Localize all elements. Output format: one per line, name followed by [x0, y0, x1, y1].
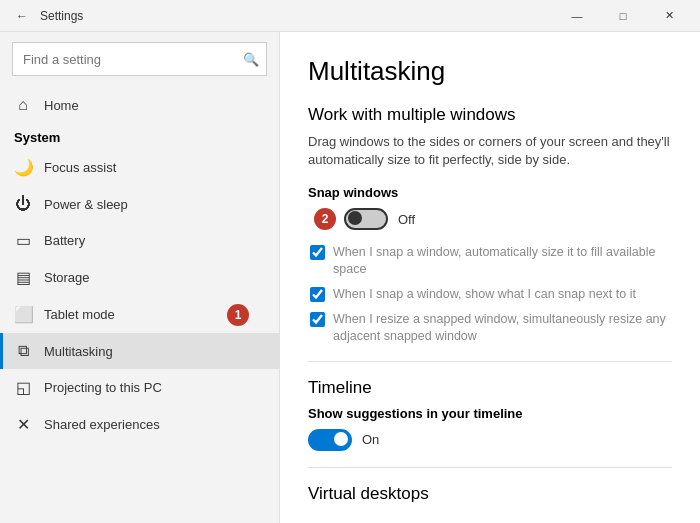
timeline-toggle-row: On	[308, 429, 672, 451]
multitasking-icon: ⧉	[14, 342, 32, 360]
sidebar: 🔍 ⌂ Home System 🌙 Focus assist ⏻ Power &…	[0, 32, 280, 523]
section1-title: Work with multiple windows	[308, 105, 672, 125]
minimize-button[interactable]: —	[554, 0, 600, 32]
timeline-toggle-knob	[334, 432, 348, 446]
checkbox-3-label[interactable]: When I resize a snapped window, simultan…	[333, 311, 672, 345]
checkbox-2-label[interactable]: When I snap a window, show what I can sn…	[333, 286, 636, 303]
snap-toggle-row: 2 Off	[344, 208, 672, 230]
sidebar-item-battery[interactable]: ▭ Battery	[0, 222, 279, 259]
sidebar-item-projecting[interactable]: ◱ Projecting to this PC	[0, 369, 279, 406]
sidebar-item-multitasking[interactable]: ⧉ Multitasking	[0, 333, 279, 369]
shared-exp-icon: ✕	[14, 415, 32, 434]
snap-state-text: Off	[398, 212, 415, 227]
home-icon: ⌂	[14, 96, 32, 114]
section1-desc: Drag windows to the sides or corners of …	[308, 133, 672, 169]
power-sleep-label: Power & sleep	[44, 197, 128, 212]
home-label: Home	[44, 98, 79, 113]
badge-2: 2	[314, 208, 336, 230]
sidebar-nav: 🌙 Focus assist ⏻ Power & sleep ▭ Battery…	[0, 149, 279, 523]
checkbox-1[interactable]	[310, 245, 325, 260]
close-button[interactable]: ✕	[646, 0, 692, 32]
sidebar-item-storage[interactable]: ▤ Storage	[0, 259, 279, 296]
sidebar-item-shared-experiences[interactable]: ✕ Shared experiences	[0, 406, 279, 443]
power-sleep-icon: ⏻	[14, 195, 32, 213]
back-icon: ←	[16, 9, 28, 23]
projecting-icon: ◱	[14, 378, 32, 397]
focus-assist-icon: 🌙	[14, 158, 32, 177]
titlebar: ← Settings — □ ✕	[0, 0, 700, 32]
timeline-state-text: On	[362, 432, 379, 447]
search-container: 🔍	[12, 42, 267, 76]
sidebar-item-focus-assist[interactable]: 🌙 Focus assist	[0, 149, 279, 186]
system-section-label: System	[0, 124, 279, 149]
divider-2	[308, 467, 672, 468]
app-container: 🔍 ⌂ Home System 🌙 Focus assist ⏻ Power &…	[0, 32, 700, 523]
multitasking-label: Multitasking	[44, 344, 113, 359]
checkbox-3[interactable]	[310, 312, 325, 327]
projecting-label: Projecting to this PC	[44, 380, 162, 395]
storage-label: Storage	[44, 270, 90, 285]
maximize-button[interactable]: □	[600, 0, 646, 32]
window-controls: — □ ✕	[554, 0, 692, 32]
sidebar-item-home[interactable]: ⌂ Home	[0, 86, 279, 124]
section2-title: Timeline	[308, 378, 672, 398]
divider-1	[308, 361, 672, 362]
snap-toggle-knob	[348, 211, 362, 225]
checkbox-2[interactable]	[310, 287, 325, 302]
badge-1: 1	[227, 304, 249, 326]
sidebar-item-power-sleep[interactable]: ⏻ Power & sleep	[0, 186, 279, 222]
timeline-label: Show suggestions in your timeline	[308, 406, 672, 421]
main-content: Multitasking Work with multiple windows …	[280, 32, 700, 523]
back-button[interactable]: ←	[8, 2, 36, 30]
titlebar-title: Settings	[40, 9, 554, 23]
checkbox-row-3: When I resize a snapped window, simultan…	[308, 311, 672, 345]
search-icon: 🔍	[243, 52, 259, 67]
section3-title: Virtual desktops	[308, 484, 672, 504]
battery-icon: ▭	[14, 231, 32, 250]
focus-assist-label: Focus assist	[44, 160, 116, 175]
shared-exp-label: Shared experiences	[44, 417, 160, 432]
checkbox-1-label[interactable]: When I snap a window, automatically size…	[333, 244, 672, 278]
page-title: Multitasking	[308, 56, 672, 87]
battery-label: Battery	[44, 233, 85, 248]
tablet-mode-icon: ⬜	[14, 305, 32, 324]
snap-toggle[interactable]	[344, 208, 388, 230]
search-input[interactable]	[12, 42, 267, 76]
checkbox-row-2: When I snap a window, show what I can sn…	[308, 286, 672, 303]
snap-label: Snap windows	[308, 185, 672, 200]
checkbox-row-1: When I snap a window, automatically size…	[308, 244, 672, 278]
timeline-toggle[interactable]	[308, 429, 352, 451]
storage-icon: ▤	[14, 268, 32, 287]
tablet-mode-label: Tablet mode	[44, 307, 115, 322]
sidebar-item-tablet-mode[interactable]: ⬜ Tablet mode 1	[0, 296, 279, 333]
